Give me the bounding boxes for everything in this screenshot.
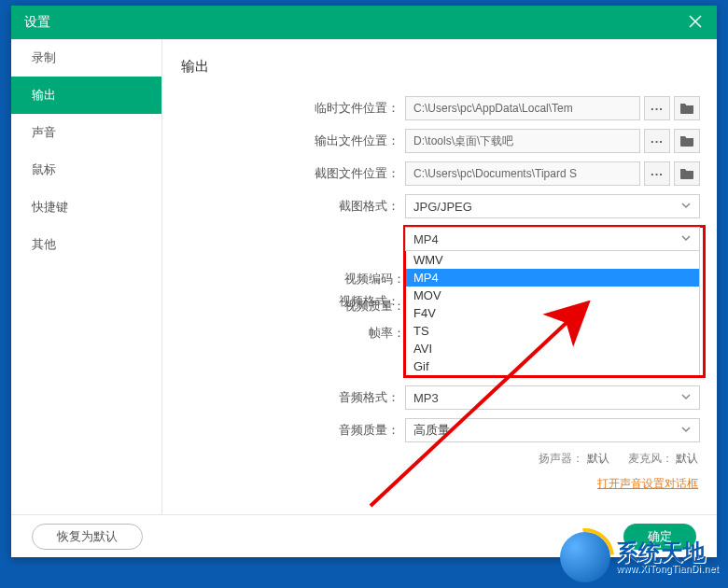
dropdown-option-f4v[interactable]: F4V [406, 304, 699, 322]
dropdown-option-mp4[interactable]: MP4 [406, 269, 699, 287]
sidebar-item-other[interactable]: 其他 [11, 226, 161, 263]
browse-button[interactable]: ··· [644, 129, 670, 153]
content-pane: 输出 临时文件位置： C:\Users\pc\AppData\Local\Tem… [162, 39, 717, 514]
open-folder-icon[interactable] [674, 161, 700, 186]
titlebar: 设置 [11, 6, 717, 39]
output-path-input[interactable]: D:\tools\桌面\下载吧 [405, 129, 640, 153]
dropdown-option-gif[interactable]: Gif [406, 357, 699, 375]
screenshot-format-label: 截图格式： [162, 198, 405, 215]
open-sound-settings-link[interactable]: 打开声音设置对话框 [597, 476, 698, 492]
row-output-path: 输出文件位置： D:\tools\桌面\下载吧 ··· [162, 129, 717, 153]
screenshot-format-select[interactable]: JPG/JPEG [405, 194, 700, 218]
watermark: 系统天地 www.XiTongTianDi.net [560, 532, 719, 582]
video-format-select[interactable]: MP4 [405, 227, 700, 251]
sidebar-item-label: 快捷键 [32, 199, 68, 216]
dropdown-option-avi[interactable]: AVI [406, 340, 699, 357]
section-title-output: 输出 [181, 58, 717, 76]
audio-quality-select[interactable]: 高质量 [405, 418, 700, 442]
sidebar-item-sound[interactable]: 声音 [11, 114, 161, 151]
audio-quality-label: 音频质量： [162, 422, 405, 439]
row-temp-path: 临时文件位置： C:\Users\pc\AppData\Local\Tem ··… [162, 96, 717, 120]
dropdown-option-ts[interactable]: TS [406, 322, 699, 340]
sidebar-item-record[interactable]: 录制 [11, 39, 161, 77]
sidebar-item-output[interactable]: 输出 [11, 77, 161, 114]
sidebar-item-label: 声音 [32, 124, 56, 141]
chevron-down-icon [680, 424, 692, 438]
row-screenshot-path: 截图文件位置： C:\Users\pc\Documents\Tipard S ·… [162, 161, 717, 186]
video-codec-label: 视频编码： [162, 271, 405, 287]
window-title: 设置 [24, 14, 50, 31]
audio-format-label: 音频格式： [162, 389, 405, 406]
sidebar-item-label: 鼠标 [32, 161, 56, 178]
row-screenshot-format: 截图格式： JPG/JPEG [162, 194, 717, 218]
mic-value: 默认 [676, 452, 698, 465]
chevron-down-icon [680, 200, 692, 214]
watermark-url: www.XiTongTianDi.net [616, 564, 719, 574]
open-folder-icon[interactable] [674, 129, 700, 153]
row-audio-format: 音频格式： MP3 [162, 385, 717, 410]
sidebar-item-hotkeys[interactable]: 快捷键 [11, 189, 161, 226]
temp-path-label: 临时文件位置： [162, 100, 405, 117]
dropdown-option-mov[interactable]: MOV [406, 287, 699, 304]
sidebar-item-label: 输出 [32, 87, 56, 104]
watermark-text: 系统天地 [616, 541, 719, 564]
open-folder-icon[interactable] [674, 96, 700, 120]
screenshot-path-input[interactable]: C:\Users\pc\Documents\Tipard S [405, 161, 640, 186]
output-path-label: 输出文件位置： [162, 133, 405, 149]
chevron-down-icon [680, 232, 692, 246]
video-quality-label: 视频质量： [162, 298, 405, 315]
audio-format-select[interactable]: MP3 [405, 385, 700, 410]
row-audio-quality: 音频质量： 高质量 [162, 418, 717, 442]
video-format-dropdown: WMV MP4 MOV F4V TS AVI Gif [405, 251, 700, 376]
restore-default-button[interactable]: 恢复为默认 [32, 524, 143, 550]
watermark-badge-icon [560, 532, 610, 582]
chevron-down-icon [680, 391, 692, 405]
sidebar: 录制 输出 声音 鼠标 快捷键 其他 [11, 39, 162, 514]
speaker-value: 默认 [587, 452, 609, 465]
browse-button[interactable]: ··· [644, 161, 670, 186]
sidebar-item-label: 录制 [32, 49, 56, 66]
close-icon[interactable] [687, 13, 704, 33]
settings-window: 设置 录制 输出 声音 鼠标 快捷键 其他 输出 临时文件位置： C:\User… [11, 6, 717, 557]
sidebar-item-mouse[interactable]: 鼠标 [11, 151, 161, 189]
dropdown-option-wmv[interactable]: WMV [406, 251, 699, 269]
device-defaults-row: 扬声器： 默认 麦克风： 默认 [162, 451, 717, 467]
framerate-label: 帧率： [162, 325, 405, 342]
temp-path-input[interactable]: C:\Users\pc\AppData\Local\Tem [405, 96, 640, 120]
screenshot-path-label: 截图文件位置： [162, 165, 405, 182]
sidebar-item-label: 其他 [32, 236, 56, 253]
browse-button[interactable]: ··· [644, 96, 670, 120]
